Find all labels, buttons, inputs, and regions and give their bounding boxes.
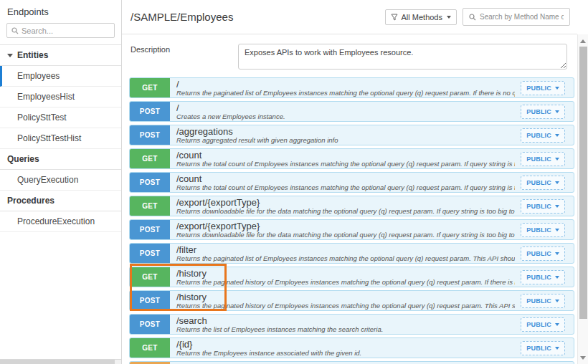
endpoint-path: / [176,80,515,89]
sidebar-item-policystttest[interactable]: PolicySttTest [0,107,121,128]
chevron-down-icon [555,347,559,350]
endpoint-row-get-id[interactable]: GET /{id}Returns the Employees instance … [129,337,574,358]
access-dropdown-button[interactable]: PUBLIC [521,341,565,355]
method-badge: POST [130,173,170,192]
endpoint-path: /filter [176,245,515,254]
endpoint-row-get-count[interactable]: GET /countReturns the total count of Emp… [129,148,574,169]
endpoint-row-get-export[interactable]: GET /export/{exportType}Returns download… [129,196,574,216]
sidebar-search[interactable] [6,23,115,38]
access-dropdown-button[interactable]: PUBLIC [521,199,565,214]
sidebar-section-entities[interactable]: Entities [0,45,121,66]
scroll-up-arrow-icon[interactable] [580,39,586,43]
endpoint-row-post-filter[interactable]: POST /filterReturns the paginated list o… [129,243,574,264]
endpoints-sidebar: Endpoints Entities Employees EmployeesHi… [0,0,122,364]
methods-filter-dropdown[interactable]: All Methods [385,9,457,25]
endpoint-path: /search [176,316,515,325]
section-label: Procedures [7,196,54,206]
access-dropdown-button[interactable]: PUBLIC [521,152,565,166]
sidebar-section-procedures[interactable]: Procedures [0,191,121,211]
chevron-down-icon [555,205,559,208]
scroll-down-arrow-icon[interactable] [580,356,586,360]
access-dropdown-button[interactable]: PUBLIC [521,294,565,308]
sidebar-item-policystttesthist[interactable]: PolicySttTestHist [0,128,121,149]
method-search-input[interactable] [480,13,564,21]
method-badge: GET [130,78,170,97]
endpoint-description: Returns the total count of Employees ins… [176,160,515,168]
endpoint-row-post-root[interactable]: POST /Creates a new Employees instance. … [129,101,574,122]
endpoint-path: /history [176,269,515,278]
chevron-down-icon [555,158,559,161]
method-badge: GET [130,149,170,168]
endpoint-row-post-aggregations[interactable]: POST /aggregationsReturns aggregated res… [129,125,574,145]
sidebar-section-queries[interactable]: Queries [0,149,121,170]
method-badge: POST [130,220,170,239]
endpoint-path: /export/{exportType} [176,198,515,207]
main-header: /SAMPLE/Employees All Methods [122,0,577,34]
endpoint-row-partial[interactable] [129,361,574,364]
access-dropdown-button[interactable]: PUBLIC [521,81,565,95]
endpoint-description: Returns the paginated list of Employees … [176,254,515,262]
endpoint-path: /aggregations [176,127,515,136]
endpoint-list: GET /Returns the paginated list of Emplo… [122,77,577,364]
chevron-down-icon [447,16,451,19]
search-icon [11,27,19,34]
endpoint-description: Returns the paginated history of Employe… [176,278,515,286]
method-badge: POST [130,291,170,310]
method-badge: POST [130,244,170,263]
endpoint-row-post-history[interactable]: POST /historyReturns the paginated histo… [129,290,574,311]
api-designer-window: Endpoints Entities Employees EmployeesHi… [0,0,588,364]
endpoint-description: Returns the paginated history of Employe… [176,302,515,310]
endpoint-row-post-export[interactable]: POST /export/{exportType}Returns downloa… [129,219,574,240]
description-section: Description Exposes APIs to work with Em… [122,34,577,77]
access-dropdown-button[interactable]: PUBLIC [521,270,565,284]
endpoint-row-get-root[interactable]: GET /Returns the paginated list of Emplo… [129,77,574,98]
endpoint-description: Returns downloadable file for the data m… [176,207,515,215]
sidebar-item-procedureexecution[interactable]: ProcedureExecution [0,211,121,232]
access-dropdown-button[interactable]: PUBLIC [521,317,565,332]
endpoint-path: /export/{exportType} [176,221,515,231]
access-dropdown-button[interactable]: PUBLIC [521,176,565,190]
endpoint-path: /history [176,292,515,302]
endpoint-description: Creates a new Employees instance. [176,112,515,120]
chevron-down-icon [555,134,559,137]
chevron-down-icon [555,229,559,231]
method-badge: POST [130,315,170,334]
sidebar-item-queryexecution[interactable]: QueryExecution [0,170,121,191]
endpoint-description: Returns downloadable file for the data m… [176,231,515,239]
scrollbar-thumb[interactable] [579,47,587,319]
methods-filter-label: All Methods [402,13,442,21]
endpoint-description: Returns the Employees instance associate… [176,349,515,357]
endpoint-path: /count [176,174,515,183]
endpoint-row-post-count[interactable]: POST /countReturns the total count of Em… [129,172,574,193]
method-badge: POST [130,125,170,145]
page-title: /SAMPLE/Employees [131,11,233,23]
method-badge: GET [130,196,170,216]
sidebar-item-employeeshist[interactable]: EmployeesHist [0,87,121,107]
sidebar-title: Endpoints [0,0,121,21]
chevron-down-icon [555,181,559,184]
vertical-scrollbar[interactable] [577,34,588,364]
access-dropdown-button[interactable]: PUBLIC [521,105,565,119]
endpoint-row-post-search[interactable]: POST /searchReturns the list of Employee… [129,314,574,335]
endpoint-row-get-history[interactable]: GET /historyReturns the paginated histor… [129,267,574,287]
endpoint-description: Returns the paginated list of Employees … [176,89,515,97]
chevron-down-icon [555,110,559,113]
description-textarea[interactable]: Exposes APIs to work with Employees reso… [238,44,567,70]
sidebar-horizontal-scrollbar[interactable] [0,359,121,364]
endpoint-description: Returns the list of Employees instances … [176,325,515,333]
access-dropdown-button[interactable]: PUBLIC [521,223,565,237]
access-dropdown-button[interactable]: PUBLIC [521,128,565,143]
sidebar-item-employees[interactable]: Employees [0,66,121,87]
scrollbar-thumb[interactable] [0,360,115,364]
chevron-down-icon [555,252,559,255]
endpoint-path: /{id} [176,340,515,349]
endpoint-path: / [176,103,515,112]
chevron-down-icon [555,87,559,90]
method-search[interactable] [463,8,570,26]
main-panel: /SAMPLE/Employees All Methods Descriptio… [122,0,577,364]
section-label: Queries [7,154,39,164]
chevron-down-icon [555,276,559,279]
sidebar-search-input[interactable] [22,27,110,35]
endpoint-path: /count [176,150,515,160]
access-dropdown-button[interactable]: PUBLIC [521,246,565,261]
